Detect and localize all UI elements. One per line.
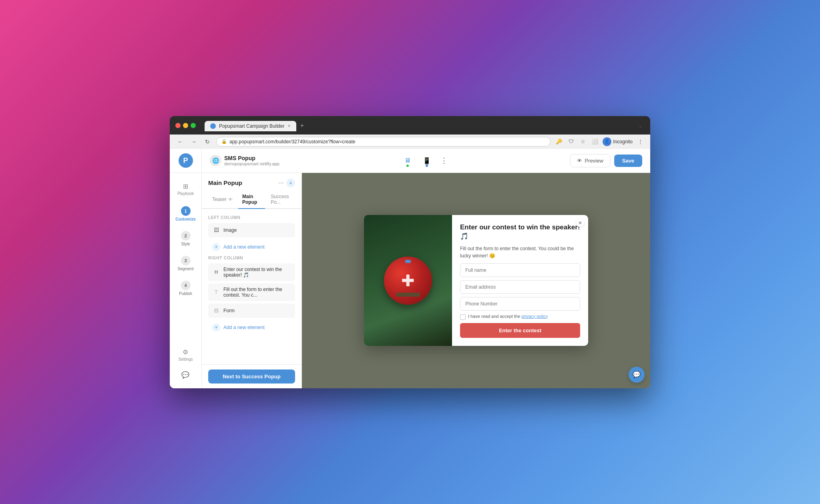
right-column-label: RIGHT COLUMN [208,256,295,260]
panel-header: Main Popup ⋯ + [202,173,301,187]
minimize-window-button[interactable] [183,123,188,128]
eye-icon: 👁 [577,158,582,164]
close-window-button[interactable] [175,123,181,128]
browser-top-bar: Popupsmart Campaign Builder ✕ + ⌄ [175,120,645,131]
settings-icon: ⚙ [183,348,188,356]
submit-button[interactable]: Enter the contest [460,323,580,338]
left-column-label: LEFT COLUMN [208,215,295,220]
privacy-checkbox[interactable] [460,314,466,320]
heading-element-row[interactable]: H Enter our contest to win the speaker! … [208,263,295,281]
panel-header-actions: ⋯ + [278,179,295,187]
browser-chrome: Popupsmart Campaign Builder ✕ + ⌄ ← → ↻ … [170,116,650,149]
tab-main-popup[interactable]: Main Popup [238,191,265,209]
sidebar-nav: ⊞ Playbook 1 Customize 2 Style 3 Segment… [170,173,201,305]
sidebar-bottom: ⚙ Settings 💬 [178,343,193,388]
password-manager-icon[interactable]: 🔑 [555,137,563,146]
publish-step: 4 [181,281,191,290]
sidebar-label-settings: Settings [178,357,193,361]
logo-icon: P [179,153,193,168]
desktop-icon: 🖥 [404,157,411,164]
preview-button[interactable]: 👁 Preview [570,154,610,167]
sidebar-item-style[interactable]: 2 Style [170,227,201,250]
header-site-info: 🌐 SMS Popup demopopupsmart.netlify.app [210,155,279,166]
speaker-base [396,293,420,297]
incognito-button[interactable]: 👤 Incognito [603,137,633,146]
add-element-right-button[interactable]: + Add a new element [208,320,295,335]
traffic-lights [175,123,196,128]
back-button[interactable]: ← [175,137,185,147]
active-tab[interactable]: Popupsmart Campaign Builder ✕ [205,121,296,131]
desktop-device-button[interactable]: 🖥 [400,153,415,168]
tab-success-popup[interactable]: Success Po... [267,191,295,209]
sidebar-label-playbook: Playbook [177,191,194,196]
add-element-left-button[interactable]: + Add a new element [208,240,295,254]
main-layout: Main Popup ⋯ + Teaser 👁 Main Popup [202,173,650,388]
save-button[interactable]: Save [614,155,642,167]
text-element-row[interactable]: T Fill out the form to enter the contest… [208,283,295,301]
browser-menu-button[interactable]: ⌄ [636,121,645,130]
add-element-left-label: Add a new element [223,244,265,250]
header-actions: 👁 Preview Save [570,154,642,167]
tab-close-button[interactable]: ✕ [287,124,291,128]
mobile-icon: 📱 [423,157,431,165]
speaker-image: ✚ [364,215,452,345]
playbook-icon: ⊞ [183,183,188,190]
speaker-plus-icon: ✚ [401,271,415,290]
image-element-row[interactable]: 🖼 Image [208,223,295,237]
bookmark-icon[interactable]: ☆ [579,137,587,146]
tabs-bar: Popupsmart Campaign Builder ✕ + [205,120,632,131]
sidebar-label-style: Style [181,242,190,246]
chat-icon: 💬 [633,371,641,378]
url-text: app.popupsmart.com/builder/32749/customi… [229,139,356,145]
image-element-icon: 🖼 [212,226,220,234]
maximize-window-button[interactable] [191,123,196,128]
popup-form: I have read and accept the privacy polic… [460,263,580,338]
panel-more-button[interactable]: ⋯ [278,180,284,186]
reload-button[interactable]: ↻ [203,137,212,147]
tab-success-popup-label: Success Po... [271,194,291,205]
site-url: demopopupsmart.netlify.app [224,161,279,166]
tab-main-popup-label: Main Popup [242,194,261,205]
full-name-input[interactable] [460,263,580,277]
panel-body: LEFT COLUMN 🖼 Image + Add a new element … [202,209,301,364]
popup-subtext: Fill out the form to enter the contest. … [460,245,580,259]
popup-heading: Enter our contest to win the speaker! 🎵 [460,223,580,241]
sidebar-item-playbook[interactable]: ⊞ Playbook [170,178,201,201]
add-element-right-label: Add a new element [223,325,265,330]
split-screen-icon[interactable]: ⬜ [591,137,599,146]
sidebar-label-customize: Customize [175,217,196,221]
sidebar-item-settings[interactable]: ⚙ Settings [178,343,193,366]
sidebar-item-publish[interactable]: 4 Publish [170,277,201,300]
next-to-success-popup-button[interactable]: Next to Success Popup [208,369,295,384]
address-bar[interactable]: 🔒 app.popupsmart.com/builder/32749/custo… [216,137,551,147]
panel-add-button[interactable]: + [286,179,295,187]
new-tab-button[interactable]: + [296,120,308,131]
sidebar-item-customize[interactable]: 1 Customize [170,202,201,225]
style-step: 2 [181,231,191,241]
phone-input[interactable] [460,297,580,311]
forward-button[interactable]: → [189,137,199,147]
shield-icon[interactable]: 🛡 [567,137,575,146]
popup-image-column: ✚ [364,215,452,345]
mobile-device-button[interactable]: 📱 [420,153,434,168]
sidebar-label-segment: Segment [177,267,193,271]
desktop-active-dot [406,165,409,167]
header-bar: 🌐 SMS Popup demopopupsmart.netlify.app 🖥… [202,149,650,173]
tab-teaser[interactable]: Teaser 👁 [208,191,237,209]
form-element-row[interactable]: ⊡ Form [208,303,295,318]
chat-bubble-button[interactable]: 💬 [629,367,645,383]
incognito-label: Incognito [613,139,633,145]
tab-teaser-label: Teaser [212,197,227,202]
support-icon: 💬 [181,371,189,379]
editor-panel: Main Popup ⋯ + Teaser 👁 Main Popup [202,173,302,388]
privacy-policy-link[interactable]: privacy policy [521,314,548,319]
browser-nav-bar: ← → ↻ 🔒 app.popupsmart.com/builder/32749… [170,135,650,149]
popup-preview: ✕ ✚ [364,215,588,345]
email-input[interactable] [460,280,580,294]
sidebar-item-segment[interactable]: 3 Segment [170,252,201,275]
header-more-button[interactable]: ⋮ [439,155,449,167]
customize-step: 1 [181,206,191,216]
sidebar-item-support[interactable]: 💬 [178,366,193,384]
browser-more-button[interactable]: ⋮ [636,137,645,146]
header-device-switcher: 🖥 📱 ⋮ [400,153,449,168]
